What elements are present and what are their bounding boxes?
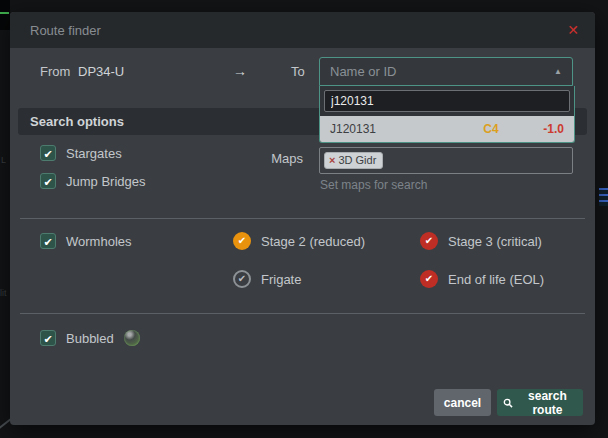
wormholes-label: Wormholes — [66, 234, 132, 249]
search-icon — [503, 397, 513, 409]
stargates-checkbox[interactable]: ✔ — [40, 145, 56, 161]
frigate-option[interactable]: ✔ Frigate — [233, 270, 301, 288]
backdrop-text-fragment: lit — [0, 288, 7, 298]
bubbled-checkbox[interactable]: ✔ — [40, 330, 56, 346]
stage3-option[interactable]: ✔ Stage 3 (critical) — [420, 232, 542, 250]
system-result-item[interactable]: J120131 C4 -1.0 — [320, 116, 574, 142]
jump-bridges-checkbox[interactable]: ✔ — [40, 173, 56, 189]
system-search-input[interactable] — [324, 90, 570, 112]
dialog-header: Route finder ✕ — [10, 12, 595, 48]
eol-option[interactable]: ✔ End of life (EOL) — [420, 270, 544, 288]
dialog-title: Route finder — [30, 23, 101, 38]
stage2-label: Stage 2 (reduced) — [261, 234, 365, 249]
close-icon[interactable]: ✕ — [567, 23, 579, 37]
wormholes-checkbox[interactable]: ✔ — [40, 233, 56, 249]
dropdown-search-wrap — [320, 86, 574, 116]
cancel-button[interactable]: cancel — [434, 389, 491, 416]
wormholes-option[interactable]: ✔ Wormholes — [40, 233, 132, 249]
backdrop-blue-stripes — [599, 188, 608, 206]
maps-label: Maps — [250, 151, 303, 166]
backdrop-text-fragment: L — [1, 155, 6, 165]
map-tag-label: 3D Gidr — [338, 154, 376, 166]
dialog-footer: cancel search route — [10, 389, 595, 416]
maps-tag-input[interactable]: ×3D Gidr — [319, 147, 573, 174]
bubbled-label: Bubbled — [66, 331, 114, 346]
search-route-label: search route — [518, 389, 577, 417]
to-system-select[interactable]: Name or ID ▲ — [319, 57, 573, 86]
from-system-value: DP34-U — [78, 64, 124, 79]
eol-label: End of life (EOL) — [448, 272, 544, 287]
route-finder-dialog: Route finder ✕ From DP34-U → To Name or … — [10, 12, 595, 425]
stage3-label: Stage 3 (critical) — [448, 234, 542, 249]
eol-toggle-icon[interactable]: ✔ — [420, 270, 438, 288]
jump-bridges-label: Jump Bridges — [66, 174, 145, 189]
jump-bridges-option[interactable]: ✔ Jump Bridges — [40, 173, 145, 189]
arrow-right-icon: → — [233, 63, 247, 79]
bubbled-option[interactable]: ✔ Bubbled — [40, 330, 140, 346]
stage3-toggle-icon[interactable]: ✔ — [420, 232, 438, 250]
route-endpoints-row: From DP34-U → To Name or ID ▲ — [10, 57, 595, 88]
stage2-option[interactable]: ✔ Stage 2 (reduced) — [233, 232, 365, 250]
backdrop-window-fragment — [0, 0, 10, 30]
to-system-dropdown: J120131 C4 -1.0 — [319, 86, 575, 143]
section-divider — [20, 218, 585, 219]
to-label: To — [291, 64, 305, 79]
chevron-up-icon: ▲ — [554, 67, 562, 76]
result-system-security: -1.0 — [543, 122, 564, 136]
to-select-placeholder: Name or ID — [330, 64, 554, 79]
stage2-toggle-icon[interactable]: ✔ — [233, 232, 251, 250]
search-options-title: Search options — [30, 114, 124, 129]
map-tag: ×3D Gidr — [324, 152, 383, 169]
section-divider — [20, 313, 585, 314]
remove-tag-icon[interactable]: × — [329, 154, 335, 166]
stargates-label: Stargates — [66, 146, 122, 161]
result-system-class: C4 — [483, 122, 543, 136]
maps-hint-text: Set maps for search — [320, 178, 427, 192]
backdrop-green-line — [0, 12, 9, 14]
frigate-toggle-icon[interactable]: ✔ — [233, 270, 251, 288]
frigate-label: Frigate — [261, 272, 301, 287]
result-system-name: J120131 — [330, 122, 483, 136]
search-route-button[interactable]: search route — [497, 389, 583, 416]
stargates-option[interactable]: ✔ Stargates — [40, 145, 122, 161]
from-label: From — [40, 64, 70, 79]
bubble-icon — [124, 330, 140, 346]
